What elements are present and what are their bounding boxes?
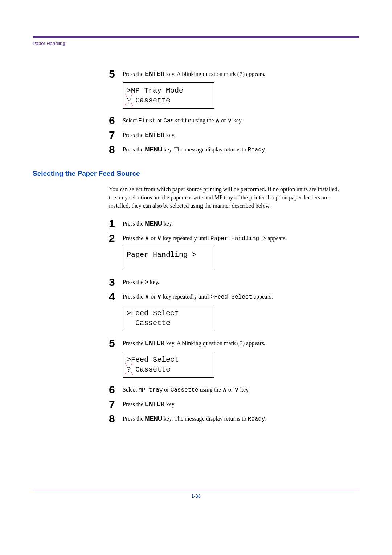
key-right: > — [145, 279, 148, 285]
key-enter: ENTER — [145, 132, 164, 138]
step-5-upper: 5 Press the ENTER key. A blinking questi… — [109, 68, 359, 80]
step-text: Press the MENU key. — [123, 218, 173, 228]
step-number: 3 — [109, 276, 123, 288]
page-number: 1-38 — [191, 493, 201, 499]
step-number: 8 — [109, 413, 123, 424]
display-box: Paper Handling > — [123, 247, 214, 270]
option-cassette: Cassette — [171, 387, 199, 393]
step-text: Press the ENTER key. A blinking question… — [123, 337, 265, 348]
step-text: Press the MENU key. The message display … — [123, 413, 266, 423]
text: or — [163, 386, 170, 393]
display-line: \//\? Cassette — [127, 96, 210, 105]
option-mp-tray: MP tray — [138, 387, 163, 393]
step-number: 8 — [109, 143, 123, 155]
status-ready: Ready — [248, 147, 265, 153]
status-ready: Ready — [248, 416, 265, 422]
step-text: Press the ENTER key. — [123, 398, 176, 408]
menu-feed-select: >Feed Select — [211, 294, 252, 300]
step-6-upper: 6 Select First or Cassette using the ∧ o… — [109, 114, 359, 126]
text: Press the — [123, 220, 145, 227]
char: ? — [127, 96, 131, 105]
text: Press the — [123, 235, 145, 241]
section-heading: Selecting the Paper Feed Source — [33, 170, 359, 178]
question-mark: ? — [239, 340, 243, 347]
text: key. The message display returns to — [162, 146, 248, 153]
step-number: 4 — [109, 291, 123, 302]
text: . — [265, 146, 266, 153]
down-arrow-icon: ∨ — [234, 386, 239, 393]
blinking-char: \//\? — [127, 365, 131, 374]
text: or — [156, 117, 163, 123]
text: . — [265, 416, 266, 422]
down-arrow-icon: ∨ — [157, 293, 162, 300]
text: key. — [148, 279, 159, 285]
step-7-lower: 7 Press the ENTER key. — [109, 398, 359, 410]
header-rule — [33, 36, 359, 38]
text: Select — [123, 386, 138, 393]
step-number: 1 — [109, 218, 123, 229]
text: or — [220, 117, 227, 123]
step-6-lower: 6 Select MP tray or Cassette using the ∧… — [109, 384, 359, 395]
text: key. A blinking question mark ( — [165, 71, 240, 77]
step-number: 2 — [109, 232, 123, 244]
display-box: >Feed Select \//\? Cassette — [123, 352, 214, 378]
up-arrow-icon: ∧ — [222, 386, 227, 393]
text: key. — [162, 220, 173, 227]
text: or — [227, 386, 234, 393]
text: key. — [239, 386, 250, 393]
down-arrow-icon: ∨ — [228, 117, 232, 123]
step-8-lower: 8 Press the MENU key. The message displa… — [109, 413, 359, 424]
step-number: 7 — [109, 398, 123, 410]
key-enter: ENTER — [145, 401, 164, 407]
header-label: Paper Handling — [33, 41, 359, 46]
display-box: >Feed Select Cassette — [123, 305, 214, 331]
text: Cassette — [131, 96, 170, 105]
text: Cassette — [131, 365, 170, 374]
down-arrow-icon: ∨ — [157, 235, 162, 241]
text: key. A blinking question mark ( — [165, 340, 240, 346]
text: Press the — [123, 416, 145, 422]
text: appears. — [266, 235, 287, 241]
display-line: Paper Handling > — [127, 250, 210, 260]
step-number: 7 — [109, 129, 123, 141]
question-mark: ? — [239, 71, 243, 78]
step-5-lower: 5 Press the ENTER key. A blinking questi… — [109, 337, 359, 349]
text: Press the — [123, 293, 145, 300]
text: key. — [232, 117, 243, 123]
display-line: >MP Tray Mode — [127, 86, 210, 96]
text: ) appears. — [243, 340, 265, 346]
page-container: Paper Handling 5 Press the ENTER key. A … — [0, 0, 392, 520]
intro-paragraph: You can select from which paper source p… — [109, 185, 345, 210]
step-number: 5 — [109, 68, 123, 80]
step-number: 6 — [109, 384, 123, 395]
step-number: 5 — [109, 337, 123, 349]
text: or — [149, 235, 157, 241]
char: ? — [127, 365, 131, 374]
step-8-upper: 8 Press the MENU key. The message displa… — [109, 143, 359, 155]
step-7-upper: 7 Press the ENTER key. — [109, 129, 359, 141]
up-arrow-icon: ∧ — [145, 293, 149, 300]
step-text: Press the ENTER key. A blinking question… — [123, 68, 265, 78]
text: or — [149, 293, 157, 300]
display-line: \//\? Cassette — [127, 365, 210, 374]
step-3-lower: 3 Press the > key. — [109, 276, 359, 288]
text: ) appears. — [243, 71, 265, 77]
step-number: 6 — [109, 114, 123, 126]
menu-paper-handling: Paper Handling > — [211, 235, 266, 242]
blinking-char: \//\? — [127, 96, 131, 105]
text: using the — [191, 117, 215, 123]
key-enter: ENTER — [145, 71, 164, 77]
key-menu: MENU — [145, 416, 162, 422]
text: Press the — [123, 132, 145, 138]
key-menu: MENU — [145, 146, 162, 153]
step-text: Select MP tray or Cassette using the ∧ o… — [123, 384, 250, 394]
step-4-lower: 4 Press the ∧ or ∨ key repeatedly until … — [109, 291, 359, 302]
text: Press the — [123, 401, 145, 407]
display-box: >MP Tray Mode \//\? Cassette — [123, 82, 214, 109]
step-1-lower: 1 Press the MENU key. — [109, 218, 359, 229]
display-line: >Feed Select — [127, 355, 210, 365]
content-area: 5 Press the ENTER key. A blinking questi… — [33, 68, 359, 424]
key-enter: ENTER — [145, 340, 164, 346]
step-2-lower: 2 Press the ∧ or ∨ key repeatedly until … — [109, 232, 359, 244]
option-first: First — [138, 118, 156, 124]
